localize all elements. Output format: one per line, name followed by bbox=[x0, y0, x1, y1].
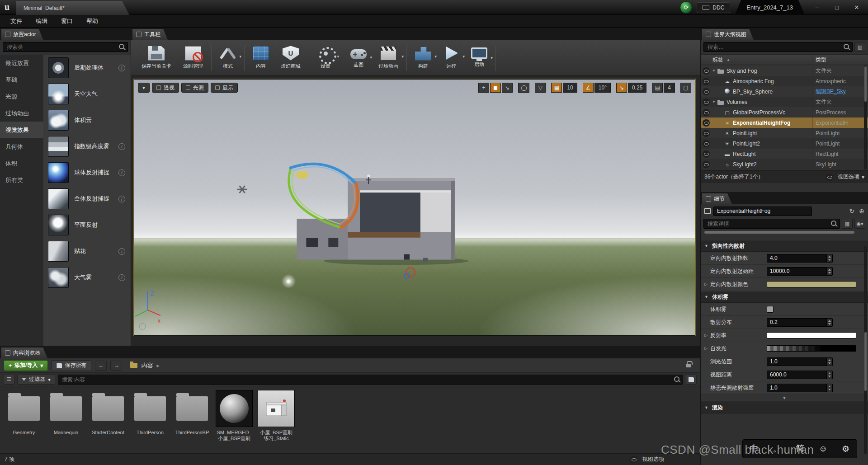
place-category[interactable]: 最近放置 bbox=[0, 55, 43, 71]
light-sprite[interactable] bbox=[287, 279, 290, 283]
visibility-eye-icon[interactable] bbox=[703, 88, 710, 95]
lock-icon[interactable] bbox=[686, 364, 691, 367]
tab-world-outliner[interactable]: 世界大纲视图 bbox=[702, 29, 754, 40]
outliner-row[interactable]: ▼ ▬ RectLight RectLight bbox=[701, 149, 868, 159]
network-status-icon[interactable]: ⟳ bbox=[680, 1, 692, 14]
menu-item[interactable]: 编辑 bbox=[29, 15, 54, 28]
color-swatch[interactable] bbox=[767, 281, 856, 287]
world-coordinate-icon[interactable]: ◯ bbox=[518, 83, 529, 93]
outliner-row[interactable]: ▼ ☀ PointLight PointLight bbox=[701, 128, 868, 138]
outliner-search-input[interactable] bbox=[703, 42, 853, 52]
expander-icon[interactable]: ▼ bbox=[712, 100, 717, 104]
rotate-tool-icon[interactable]: ◼ bbox=[490, 83, 501, 93]
place-search-input[interactable] bbox=[3, 42, 128, 52]
info-icon[interactable]: i bbox=[118, 248, 125, 255]
numeric-spinbox[interactable]: 1.0 bbox=[767, 357, 833, 366]
place-actor-item[interactable]: 球体反射捕捉 i bbox=[43, 160, 131, 186]
viewport-mode-button[interactable]: 透视 bbox=[152, 83, 179, 93]
toolbar-button[interactable]: ▾ 过场动画 bbox=[373, 43, 404, 72]
outliner-row[interactable]: ▼ ▢ GlobalPostProcessVc PostProcess bbox=[701, 107, 868, 117]
place-actor-item[interactable]: 体积云 i bbox=[43, 107, 131, 133]
outliner-column-header[interactable]: 标签 ▲ 类型 bbox=[701, 54, 868, 65]
details-section-header[interactable]: ▼ 渲染 bbox=[701, 402, 868, 413]
visibility-eye-icon[interactable] bbox=[703, 78, 710, 85]
back-button[interactable]: ← bbox=[95, 361, 107, 371]
spinbox-arrows-icon[interactable] bbox=[826, 371, 832, 379]
spinbox-arrows-icon[interactable] bbox=[826, 384, 832, 392]
expander-icon[interactable]: ▼ bbox=[712, 69, 717, 73]
surface-snap-icon[interactable]: ▽ bbox=[535, 83, 546, 93]
camera-speed-value[interactable]: 4 bbox=[664, 83, 675, 93]
numeric-spinbox[interactable]: 6000.0 bbox=[767, 371, 833, 379]
toolbar-button[interactable]: ▾ 启动 bbox=[465, 45, 493, 70]
tab-place-actors[interactable]: 放置actor bbox=[1, 29, 43, 40]
menu-item[interactable]: 窗口 bbox=[54, 15, 80, 28]
toolbar-button[interactable]: ▾ 保存当前关卡 bbox=[136, 43, 177, 72]
toolbar-button[interactable]: ▾ 设置 bbox=[311, 43, 340, 72]
place-actor-item[interactable]: 天空大气 i bbox=[43, 81, 131, 107]
details-section-header[interactable]: ▼ 体积雾 bbox=[701, 291, 868, 303]
property-expander-icon[interactable]: ▷ bbox=[704, 282, 710, 287]
outliner-row[interactable]: ▼ Volumes 文件夹 bbox=[701, 97, 868, 107]
chevron-down-icon[interactable]: ▾ bbox=[462, 54, 465, 59]
toolbar-button[interactable]: ▾ 源码管理 bbox=[177, 43, 209, 72]
show-more-arrow-icon[interactable]: ▼ bbox=[701, 395, 868, 402]
spinbox-arrows-icon[interactable] bbox=[826, 268, 832, 275]
chevron-down-icon[interactable]: ▾ bbox=[401, 54, 404, 59]
visibility-eye-icon[interactable] bbox=[703, 161, 710, 168]
visibility-eye-icon[interactable] bbox=[703, 67, 710, 75]
content-search-input[interactable] bbox=[58, 375, 683, 385]
scale-snap-value[interactable]: 0.25 bbox=[628, 83, 646, 93]
filters-button[interactable]: 过滤器▾ bbox=[17, 375, 55, 385]
tab-toolbar[interactable]: 工具栏 bbox=[132, 29, 168, 40]
place-actor-item[interactable]: 后期处理体 i bbox=[43, 55, 131, 81]
ddc-button[interactable]: DDC bbox=[697, 2, 730, 13]
info-icon[interactable]: i bbox=[118, 274, 125, 281]
info-icon[interactable]: i bbox=[118, 143, 125, 150]
toolbar-button[interactable]: ▾ 运行 bbox=[437, 43, 465, 72]
visibility-eye-icon[interactable] bbox=[703, 130, 710, 137]
place-category[interactable]: 几何体 bbox=[0, 138, 43, 155]
close-button[interactable]: ✕ bbox=[849, 2, 864, 13]
viewport[interactable]: Z x ▾ 透视 光照 显示 + ◼ ↘ ◯ ▽ ▦ bbox=[134, 79, 695, 336]
numeric-spinbox[interactable]: 10000.0 bbox=[767, 267, 833, 276]
save-all-button[interactable]: 保存所有 bbox=[52, 360, 91, 371]
actor-name-field[interactable] bbox=[713, 207, 812, 216]
info-icon[interactable]: i bbox=[118, 65, 125, 71]
breadcrumb[interactable]: 内容 bbox=[141, 362, 153, 370]
outliner-settings-icon[interactable]: ▥ bbox=[854, 42, 865, 52]
rotation-snap-value[interactable]: 10° bbox=[594, 83, 611, 93]
place-category[interactable]: 基础 bbox=[0, 71, 43, 88]
asset-tile[interactable]: 小屋_BSP画刷练习_Static bbox=[257, 390, 296, 442]
property-matrix-icon[interactable]: ▦ bbox=[842, 219, 853, 229]
place-actor-item[interactable]: 指数级高度雾 i bbox=[43, 133, 131, 160]
maximize-button[interactable]: □ bbox=[829, 2, 844, 13]
toolbar-button[interactable]: ▾ 内容 bbox=[247, 43, 275, 72]
details-scrollbar[interactable] bbox=[864, 246, 867, 454]
place-category[interactable]: 所有类 bbox=[0, 172, 43, 188]
outliner-scrollbar[interactable] bbox=[864, 66, 867, 169]
chevron-down-icon[interactable]: ▾ bbox=[239, 54, 241, 59]
viewport-mode-button[interactable]: 光照 bbox=[181, 83, 208, 93]
asset-tile[interactable]: ThirdPersonBP bbox=[173, 390, 212, 436]
checkbox[interactable] bbox=[767, 306, 774, 313]
outliner-row[interactable]: ▼ ☀ PointLight2 PointLight bbox=[701, 138, 868, 149]
info-icon[interactable]: i bbox=[118, 196, 125, 202]
menu-item[interactable]: 文件 bbox=[4, 15, 29, 28]
chevron-down-icon[interactable]: ▾ bbox=[370, 55, 372, 60]
camera-speed-icon[interactable]: ▤ bbox=[652, 83, 663, 93]
details-section-header[interactable]: ▼ 指向性内散射 bbox=[701, 240, 868, 252]
outliner-row[interactable]: ▼ BP_Sky_Sphere 编辑BP_Sky bbox=[701, 86, 868, 97]
info-icon[interactable]: i bbox=[118, 169, 125, 176]
toolbar-button[interactable]: ▾ 构建 bbox=[409, 43, 437, 72]
chevron-down-icon[interactable]: ▾ bbox=[491, 56, 493, 60]
numeric-spinbox[interactable]: 4.0 bbox=[767, 254, 833, 263]
translate-tool-icon[interactable]: + bbox=[478, 83, 489, 93]
place-actor-item[interactable]: 盒体反射捕捉 i bbox=[43, 186, 131, 212]
visibility-eye-icon[interactable] bbox=[703, 99, 710, 106]
place-category[interactable]: 体积 bbox=[0, 155, 43, 172]
spinbox-arrows-icon[interactable] bbox=[826, 358, 832, 366]
outliner-row[interactable]: ▼ Sky and Fog 文件夹 bbox=[701, 66, 868, 76]
toolbar-button[interactable]: ▾ 虚幻商城 bbox=[275, 43, 307, 72]
tab-content-browser[interactable]: 内容浏览器 bbox=[1, 348, 47, 358]
